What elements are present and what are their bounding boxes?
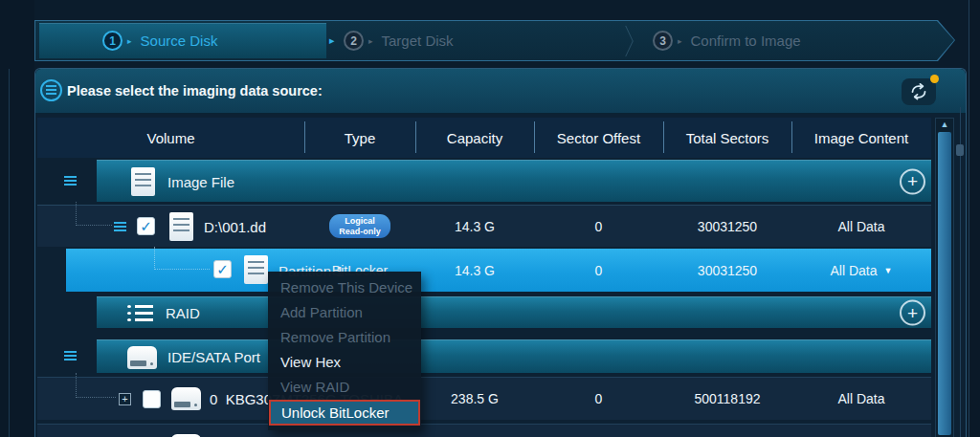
cell-capacity: 14.3 G [415,206,534,247]
caret-right-icon: ▸ [368,36,373,46]
column-header-capacity[interactable]: Capacity [415,118,534,158]
cell-sector-offset: 0 [534,206,663,247]
column-header-image-content[interactable]: Image Content [791,118,931,158]
tree-connector [154,247,210,270]
step-1-label: Source Disk [141,33,218,49]
menu-item-remove-this-device: Remove This Device [268,274,421,299]
wizard-bar-inner: 1 ▸ Source Disk ▸ 2 ▸ Target Disk 3 ▸ Co… [35,21,954,60]
group-label: IDE/SATA Port [167,349,260,365]
tree-connector [76,373,116,398]
cell-sector-offset: 0 [534,249,663,292]
add-raid-button[interactable]: + [900,300,925,326]
header-divider [534,121,535,153]
table-row-disk1[interactable]: + 1 ST1000LM035-1RK172 Logical 931.5 G 0… [37,424,931,437]
toolbar: Please select the imaging data source: [35,69,966,114]
notification-dot [930,75,939,83]
context-menu: Remove This Device Add Partition Remove … [268,272,421,430]
collapse-icon[interactable] [64,176,77,186]
column-header-sector-offset[interactable]: Sector Offest [534,118,663,158]
volume-label: D:\001.dd [204,218,266,234]
header-divider [304,121,305,153]
tree-connector [76,202,112,226]
menu-item-unlock-bitlocker[interactable]: Unlock BitLocker [269,400,420,426]
checkbox-checked[interactable]: ✓ [137,217,155,235]
cell-sector-offset: 0 [534,378,663,420]
column-header-total-sectors[interactable]: Total Sectors [663,118,791,158]
left-chrome-strip [0,0,34,437]
column-header-volume[interactable]: Volume [37,118,304,158]
wizard-bar: 1 ▸ Source Disk ▸ 2 ▸ Target Disk 3 ▸ Co… [34,20,955,61]
step-1-badge: 1 [102,31,122,51]
table-header: Volume Type Capacity Sector Offest Total… [37,118,931,158]
left-chrome-line [9,69,10,437]
step-2-badge: 2 [344,31,364,51]
hard-drive-icon [171,387,201,410]
caret-right-icon: ▸ [127,36,132,46]
step-2-label: Target Disk [382,33,454,49]
collapse-icon[interactable] [114,222,126,232]
scroll-up-icon[interactable]: ▲ [936,120,953,129]
group-band: RAID + [97,296,931,328]
image-file-icon [169,212,193,241]
chevron-down-icon: ▼ [884,266,893,275]
add-image-file-button[interactable]: + [900,168,925,194]
header-divider [415,121,416,153]
menu-item-remove-partition: Remove Partition [268,324,421,349]
caret-right-icon: ▸ [329,34,335,47]
image-file-icon [131,167,155,196]
expand-icon[interactable]: + [119,393,131,405]
secondary-scroll-handle[interactable] [956,144,964,156]
secondary-scroll-track [960,107,961,437]
wizard-step-confirm-to-image[interactable]: 3 ▸ Confirm to Image [653,21,801,60]
checkbox-checked[interactable]: ✓ [213,260,232,278]
cell-image-content: All Data [791,378,931,420]
cell-capacity: 931.5 G [415,425,534,437]
group-label: Image File [167,173,234,189]
table-row-image-file-group[interactable]: Image File + [37,160,931,202]
cell-image-content: All Data [791,206,931,247]
cell-capacity: 238.5 G [415,378,534,420]
cell-total-sectors: 30031250 [663,249,791,292]
right-chrome-strip [969,0,980,437]
collapse-icon[interactable] [64,351,77,361]
table-row-d001[interactable]: ✓ D:\001.dd LogicalRead-only 14.3 G 0 30… [37,205,931,247]
cell-total-sectors: 30031250 [663,206,791,247]
toolbar-prompt: Please select the imaging data source: [67,83,323,98]
raid-list-icon [127,304,153,322]
menu-circle-icon[interactable] [40,79,62,101]
header-divider [791,121,792,153]
menu-item-add-partition: Add Partition [268,299,421,324]
cell-total-sectors: 1953525168 [663,425,791,437]
source-selection-panel: Please select the imaging data source: V… [34,68,967,437]
vertical-scrollbar[interactable]: ▲ [935,118,954,437]
menu-item-view-hex[interactable]: View Hex [268,349,421,374]
app-window: 1 ▸ Source Disk ▸ 2 ▸ Target Disk 3 ▸ Co… [0,0,980,437]
header-divider [663,121,664,153]
refresh-icon [908,83,929,100]
table-row-ide-sata-group[interactable]: IDE/SATA Port [37,339,931,373]
step-3-label: Confirm to Image [691,33,801,49]
refresh-button[interactable] [902,78,936,105]
type-badge: LogicalRead-only [329,214,390,239]
caret-right-icon: ▸ [678,36,682,46]
cell-type: LogicalRead-only [304,206,415,247]
wizard-step-target-disk[interactable]: 2 ▸ Target Disk [344,21,454,60]
cell-sector-offset: 0 [534,425,663,437]
step-3-badge: 3 [653,31,673,51]
table-row-raid-group[interactable]: RAID + [37,296,931,328]
table-row-disk0[interactable]: + 0 KBG30ZMT256G TOSHIBA 238.5 G 0 50011… [37,377,931,420]
partition-file-icon [244,255,268,284]
checkbox-unchecked[interactable] [143,390,161,408]
cell-image-content: All Data [791,425,931,437]
scrollbar-thumb[interactable] [938,132,951,435]
menu-item-view-raid: View RAID [268,374,421,399]
column-header-type[interactable]: Type [304,118,415,158]
hard-drive-icon [127,346,157,369]
wizard-step-source-disk[interactable]: 1 ▸ Source Disk [102,21,217,60]
cell-image-content-dropdown[interactable]: All Data ▼ [791,249,931,292]
cell-capacity: 14.3 G [415,249,534,292]
cell-total-sectors: 500118192 [663,378,791,420]
group-label: RAID [166,305,200,321]
step-separator-chevron [625,25,638,56]
group-band: IDE/SATA Port [97,339,931,373]
